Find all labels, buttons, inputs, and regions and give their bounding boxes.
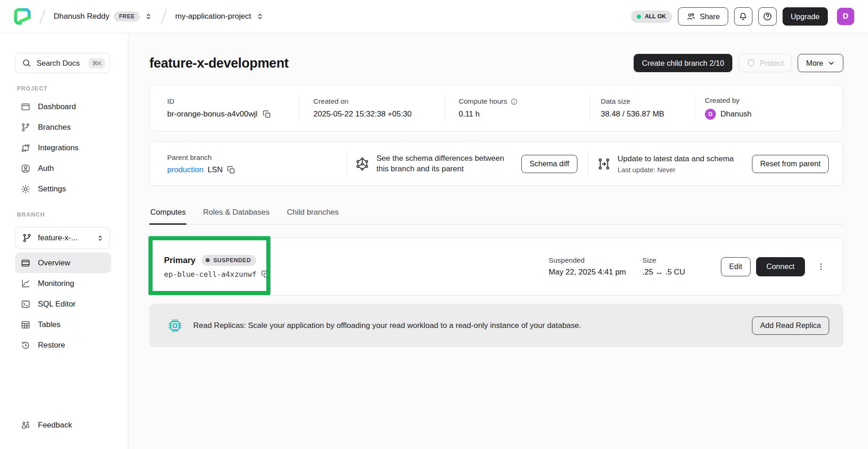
add-read-replica-button[interactable]: Add Read Replica bbox=[752, 317, 829, 335]
breadcrumb-divider bbox=[161, 9, 167, 24]
schema-diff-button[interactable]: Schema diff bbox=[521, 155, 577, 173]
parent-branch-link[interactable]: production bbox=[167, 165, 203, 174]
schema-diff-label: Schema diff bbox=[529, 159, 569, 168]
created-on-cell: Created on 2025-05-22 15:32:38 +05:30 bbox=[300, 85, 445, 131]
branch-section-title: BRANCH bbox=[17, 211, 119, 218]
tab-roles-databases[interactable]: Roles & Databases bbox=[202, 208, 270, 225]
table-icon bbox=[21, 320, 31, 330]
sidebar-item-sql-editor[interactable]: SQL Editor bbox=[15, 294, 111, 314]
endpoint-id: ep-blue-cell-a4xzunwf bbox=[164, 270, 256, 279]
connect-button[interactable]: Connect bbox=[756, 257, 805, 276]
compute-row: Primary SUSPENDED ep-blue-cell-a4xzunwf bbox=[149, 238, 843, 296]
more-button[interactable]: More bbox=[798, 54, 843, 72]
sidebar-item-restore[interactable]: Restore bbox=[15, 335, 111, 355]
edit-label: Edit bbox=[729, 262, 742, 271]
creator-avatar-initial: D bbox=[709, 111, 713, 117]
branch-selector[interactable]: feature-x-... bbox=[15, 227, 110, 249]
tab-computes[interactable]: Computes bbox=[149, 208, 186, 225]
more-label: More bbox=[806, 59, 823, 68]
project-name: my-application-project bbox=[175, 12, 251, 21]
search-docs-input[interactable]: Search Docs ⌘K bbox=[15, 53, 110, 73]
copy-icon[interactable] bbox=[261, 270, 270, 279]
schema-diff-description: See the schema differences between this … bbox=[376, 153, 514, 174]
tab-child-branches[interactable]: Child branches bbox=[286, 208, 339, 225]
sidebar: Search Docs ⌘K PROJECT Dashboard Branche… bbox=[0, 33, 128, 449]
compute-hours-cell: Compute hours 0.11 h bbox=[445, 85, 590, 131]
sidebar-item-label: SQL Editor bbox=[38, 300, 76, 309]
shield-icon bbox=[746, 58, 756, 68]
share-button[interactable]: Share bbox=[678, 7, 728, 26]
created-by-label: Created by bbox=[705, 96, 843, 105]
sidebar-item-label: Settings bbox=[38, 185, 66, 194]
chevron-down-icon bbox=[827, 59, 835, 67]
create-child-branch-label: Create child branch 2/10 bbox=[642, 59, 724, 68]
help-button[interactable] bbox=[758, 7, 777, 26]
compute-identity: Primary SUSPENDED ep-blue-cell-a4xzunwf bbox=[164, 255, 270, 279]
sidebar-item-feedback[interactable]: Feedback bbox=[15, 415, 111, 435]
people-icon bbox=[686, 12, 696, 21]
sidebar-item-tables[interactable]: Tables bbox=[15, 314, 111, 335]
branch-tabs: Computes Roles & Databases Child branche… bbox=[149, 208, 843, 225]
creator-avatar: D bbox=[705, 109, 716, 120]
sidebar-item-label: Monitoring bbox=[38, 279, 74, 288]
data-size-value: 38.48 / 536.87 MB bbox=[601, 110, 694, 119]
breadcrumb-divider bbox=[39, 9, 45, 24]
upgrade-button[interactable]: Upgrade bbox=[783, 7, 828, 26]
create-child-branch-button[interactable]: Create child branch 2/10 bbox=[634, 54, 732, 72]
created-by-value: Dhanush bbox=[720, 110, 752, 119]
sidebar-item-settings[interactable]: Settings bbox=[15, 179, 111, 199]
org-switcher[interactable]: Dhanush Reddy FREE bbox=[54, 11, 153, 21]
chevron-updown-icon bbox=[144, 12, 153, 21]
status-pill[interactable]: ALL OK bbox=[631, 11, 672, 23]
status-pill-label: ALL OK bbox=[645, 13, 666, 20]
edit-button[interactable]: Edit bbox=[721, 257, 750, 276]
kebab-menu-icon[interactable] bbox=[813, 257, 829, 276]
page-title: feature-x-development bbox=[149, 56, 289, 71]
terminal-icon bbox=[21, 299, 31, 309]
branch-id-cell: ID br-orange-bonus-a4v00wjl bbox=[150, 85, 299, 131]
plan-badge: FREE bbox=[114, 11, 140, 21]
branch-info-card: ID br-orange-bonus-a4v00wjl Created on 2… bbox=[149, 85, 843, 132]
copy-icon[interactable] bbox=[262, 110, 271, 119]
size-meta: Size .25 ↔ .5 CU bbox=[642, 256, 715, 277]
compute-name: Primary bbox=[164, 255, 196, 265]
sidebar-item-overview[interactable]: Overview bbox=[15, 253, 111, 273]
git-branch-icon bbox=[22, 233, 32, 243]
connect-label: Connect bbox=[767, 262, 794, 271]
app-root: Dhanush Reddy FREE my-application-projec… bbox=[0, 0, 868, 449]
history-clock-icon bbox=[21, 340, 31, 350]
neon-logo[interactable] bbox=[14, 8, 31, 25]
upgrade-label: Upgrade bbox=[791, 12, 820, 21]
suspended-time: May 22, 2025 4:41 pm bbox=[549, 268, 642, 277]
notifications-button[interactable] bbox=[734, 7, 752, 26]
created-by-cell: Created by D Dhanush bbox=[695, 85, 843, 131]
schema-molecule-icon bbox=[355, 157, 370, 171]
sidebar-item-integrations[interactable]: Integrations bbox=[15, 137, 111, 158]
copy-icon[interactable] bbox=[227, 165, 236, 174]
share-label: Share bbox=[700, 12, 720, 21]
add-read-replica-label: Add Read Replica bbox=[760, 321, 821, 330]
reset-from-parent-button[interactable]: Reset from parent bbox=[752, 155, 829, 173]
reset-branch-icon bbox=[597, 157, 611, 171]
project-section-title: PROJECT bbox=[17, 85, 119, 92]
status-ok-dot bbox=[637, 15, 641, 19]
suspended-meta: Suspended May 22, 2025 4:41 pm bbox=[549, 256, 642, 277]
auth-icon bbox=[21, 164, 31, 174]
compute-hours-label: Compute hours bbox=[459, 97, 507, 106]
info-icon[interactable] bbox=[510, 98, 518, 106]
sidebar-item-auth[interactable]: Auth bbox=[15, 158, 111, 179]
sidebar-item-branches[interactable]: Branches bbox=[15, 117, 111, 137]
project-switcher[interactable]: my-application-project bbox=[175, 12, 264, 21]
user-avatar[interactable]: D bbox=[837, 8, 854, 25]
protect-button[interactable]: Protect bbox=[738, 54, 792, 72]
git-branch-icon bbox=[21, 122, 31, 132]
created-on-label: Created on bbox=[313, 97, 445, 106]
size-label: Size bbox=[642, 256, 715, 264]
parent-branch-block: Parent branch production LSN bbox=[167, 153, 347, 174]
sidebar-item-dashboard[interactable]: Dashboard bbox=[15, 96, 111, 117]
reset-from-parent-label: Reset from parent bbox=[760, 159, 820, 168]
sidebar-item-monitoring[interactable]: Monitoring bbox=[15, 273, 111, 294]
sidebar-item-label: Auth bbox=[38, 164, 54, 173]
branch-selector-value: feature-x-... bbox=[38, 233, 90, 243]
bell-icon bbox=[738, 12, 748, 21]
